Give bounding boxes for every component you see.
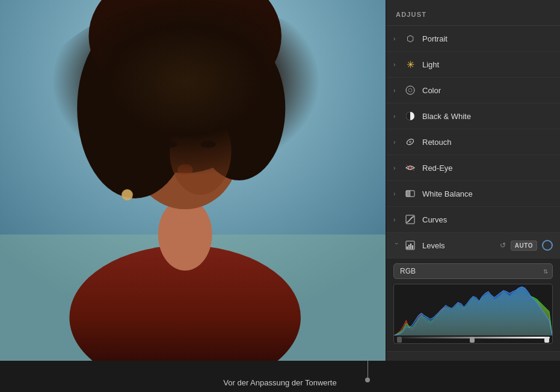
chevron-icon-retouch: › <box>393 139 399 145</box>
light-label: Light <box>422 60 553 69</box>
svg-point-10 <box>162 141 177 148</box>
adjust-item-bw[interactable]: › Black & White <box>386 103 560 129</box>
svg-point-12 <box>177 164 193 175</box>
rgb-select-wrapper: RGB Red Green Blue ⇅ <box>393 263 553 279</box>
adjust-title: ADJUST <box>396 11 426 18</box>
photo-image <box>0 0 386 361</box>
tooltip-line-indicator <box>368 361 368 379</box>
svg-rect-27 <box>407 247 408 249</box>
levels-white-point-handle[interactable] <box>544 337 549 343</box>
photo-svg <box>0 0 386 361</box>
retouch-label: Retouch <box>422 138 553 147</box>
adjust-item-portrait[interactable]: › ⬡ Portrait <box>386 26 560 52</box>
adjust-item-levels[interactable]: › Levels ↺ AUTO <box>386 233 560 259</box>
bw-icon <box>404 110 416 122</box>
main-layout: ADJUST › ⬡ Portrait › ✳ Light › <box>0 0 560 361</box>
chevron-icon-portrait: › <box>393 35 399 42</box>
curves-label: Curves <box>422 215 553 224</box>
svg-point-15 <box>408 88 412 92</box>
tooltip-dot-indicator <box>365 378 370 382</box>
chevron-icon-color: › <box>393 87 399 94</box>
color-label: Color <box>422 86 553 95</box>
svg-point-18 <box>409 141 411 143</box>
portrait-icon: ⬡ <box>404 32 416 44</box>
adjust-item-curves[interactable]: › Curves <box>386 207 560 233</box>
wb-label: White Balance <box>422 189 553 198</box>
levels-channel-button[interactable] <box>542 240 553 251</box>
svg-rect-29 <box>410 243 411 249</box>
photo-panel <box>0 0 386 361</box>
levels-expanded-panel: RGB Red Green Blue ⇅ <box>386 259 560 352</box>
adjust-item-color[interactable]: › Color <box>386 78 560 103</box>
levels-icon <box>404 239 416 251</box>
histogram-svg <box>394 284 552 335</box>
chevron-icon-redeye: › <box>393 165 399 171</box>
levels-actions: ↺ AUTO <box>500 240 553 251</box>
svg-point-14 <box>406 86 414 94</box>
redeye-icon <box>404 162 416 174</box>
tooltip-area: Vor der Anpassung der Tonwerte <box>0 361 560 392</box>
wb-icon <box>404 188 416 200</box>
svg-point-8 <box>88 0 282 108</box>
chevron-icon-levels: › <box>393 242 400 248</box>
svg-rect-23 <box>406 191 410 197</box>
levels-midpoint-handle[interactable] <box>470 337 475 343</box>
histogram-sliders <box>394 332 552 342</box>
adjust-item-light[interactable]: › ✳ Light <box>386 52 560 78</box>
levels-auto-button[interactable]: AUTO <box>511 240 537 251</box>
chevron-icon-bw: › <box>393 113 399 120</box>
svg-point-3 <box>158 198 212 271</box>
svg-rect-30 <box>412 245 413 249</box>
color-icon <box>404 84 416 96</box>
histogram-container <box>393 284 553 344</box>
curves-icon <box>404 213 416 225</box>
svg-rect-28 <box>408 245 410 249</box>
portrait-label: Portrait <box>422 34 553 43</box>
retouch-icon <box>404 136 416 148</box>
svg-point-7 <box>193 36 286 180</box>
svg-point-5 <box>100 0 270 173</box>
levels-slider-track <box>396 337 550 338</box>
adjust-header: ADJUST <box>386 0 560 26</box>
levels-label: Levels <box>422 241 500 250</box>
bw-label: Black & White <box>422 112 553 121</box>
chevron-icon-light: › <box>393 61 399 68</box>
tooltip-text: Vor der Anpassung der Tonwerte <box>223 378 336 387</box>
light-icon: ✳ <box>404 58 416 70</box>
adjust-items-list: › ⬡ Portrait › ✳ Light › <box>386 26 560 361</box>
adjust-panel: ADJUST › ⬡ Portrait › ✳ Light › <box>386 0 560 361</box>
adjust-item-wb[interactable]: › White Balance <box>386 181 560 207</box>
rgb-channel-select[interactable]: RGB Red Green Blue <box>393 263 553 279</box>
svg-point-13 <box>122 189 133 201</box>
chevron-icon-wb: › <box>393 191 399 197</box>
svg-point-6 <box>77 18 192 198</box>
redeye-label: Red-Eye <box>422 164 553 173</box>
levels-reset-button[interactable]: ↺ <box>500 241 506 250</box>
svg-point-4 <box>131 94 239 209</box>
adjust-item-retouch[interactable]: › Retouch <box>386 129 560 155</box>
adjust-item-redeye[interactable]: › Red-Eye <box>386 155 560 181</box>
levels-black-point-handle[interactable] <box>397 337 402 343</box>
svg-point-9 <box>170 108 232 195</box>
svg-point-11 <box>200 141 216 148</box>
chevron-icon-curves: › <box>393 216 399 223</box>
